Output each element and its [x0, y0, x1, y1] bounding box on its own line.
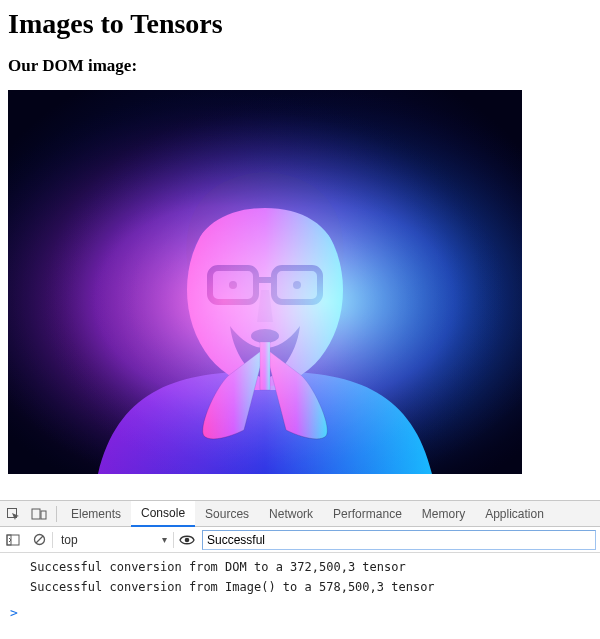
svg-rect-11	[8, 90, 522, 474]
separator	[56, 506, 57, 522]
tab-memory[interactable]: Memory	[412, 501, 475, 527]
svg-rect-13	[32, 509, 40, 519]
tab-sources[interactable]: Sources	[195, 501, 259, 527]
page-subtitle: Our DOM image:	[8, 56, 592, 76]
context-label: top	[53, 533, 84, 547]
execution-context-selector[interactable]: top ▾	[53, 533, 173, 547]
devtools-tab-bar: Elements Console Sources Network Perform…	[0, 501, 600, 527]
eye-icon[interactable]	[174, 534, 200, 546]
tab-performance[interactable]: Performance	[323, 501, 412, 527]
device-toolbar-icon[interactable]	[26, 507, 52, 521]
console-filter-input[interactable]	[202, 530, 596, 550]
page-title: Images to Tensors	[8, 8, 592, 40]
log-line: Successful conversion from Image() to a …	[0, 577, 600, 597]
console-toolbar: top ▾	[0, 527, 600, 553]
clear-console-icon[interactable]	[26, 533, 52, 546]
log-line: Successful conversion from DOM to a 372,…	[0, 557, 600, 577]
svg-point-19	[185, 537, 190, 542]
devtools-panel: Elements Console Sources Network Perform…	[0, 500, 600, 624]
tab-console[interactable]: Console	[131, 501, 195, 527]
tab-elements[interactable]: Elements	[61, 501, 131, 527]
console-log: Successful conversion from DOM to a 372,…	[0, 553, 600, 603]
svg-rect-14	[41, 511, 46, 519]
tab-application[interactable]: Application	[475, 501, 554, 527]
console-sidebar-toggle-icon[interactable]	[0, 534, 26, 546]
svg-line-18	[36, 536, 43, 543]
console-prompt[interactable]: >	[0, 603, 600, 624]
chevron-down-icon: ▾	[162, 534, 167, 545]
dom-image	[8, 90, 522, 474]
tab-network[interactable]: Network	[259, 501, 323, 527]
svg-rect-15	[7, 535, 19, 545]
inspect-icon[interactable]	[0, 507, 26, 521]
